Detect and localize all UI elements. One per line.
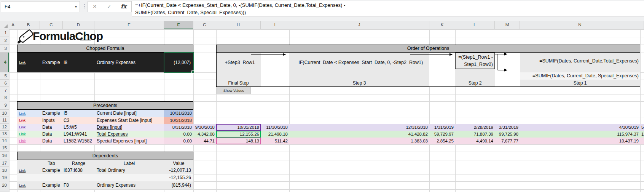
dependent-label[interactable]: Ordinary Expenses: [97, 181, 135, 189]
precedent-range[interactable]: L5:W5: [64, 124, 77, 131]
precedent-tab[interactable]: Example: [42, 110, 60, 117]
precedent-value-cell[interactable]: 4,342.08: [193, 131, 216, 138]
precedent-value-cell[interactable]: 5: [640, 124, 644, 131]
precedent-range[interactable]: L1582:W1582: [64, 138, 92, 144]
chopped-range[interactable]: I8: [64, 53, 67, 72]
precedent-value-cell[interactable]: 10,437.19: [520, 138, 640, 144]
precedent-link[interactable]: Link: [19, 117, 26, 124]
precedent-value-cell[interactable]: 10/31/2018: [164, 110, 193, 117]
row-header-20[interactable]: 20: [0, 181, 9, 189]
row-header-6[interactable]: 6: [0, 80, 9, 87]
chopped-link[interactable]: Link: [19, 53, 26, 72]
precedent-range[interactable]: I5: [64, 110, 67, 117]
precedent-value-cell[interactable]: 99,725.90: [495, 131, 520, 138]
row-header-15[interactable]: 15: [0, 144, 9, 152]
precedent-label[interactable]: Special Expenses [input]: [97, 138, 147, 144]
precedent-value-cell[interactable]: 7,677.77: [495, 138, 520, 144]
name-box-dropdown-icon[interactable]: ▾: [75, 2, 77, 12]
row-header-1[interactable]: 1: [0, 29, 9, 37]
row-header-8[interactable]: 8: [0, 94, 9, 101]
row-header-11[interactable]: 11: [0, 117, 9, 124]
precedent-value-cell[interactable]: 1/31/2019: [429, 124, 455, 131]
enter-icon[interactable]: ✓: [107, 2, 112, 12]
column-header-partial[interactable]: [640, 21, 644, 29]
column-header-F[interactable]: F: [164, 21, 193, 29]
precedent-value-cell[interactable]: 41,428.82: [289, 131, 429, 138]
dependent-range[interactable]: I637:I638: [64, 167, 83, 174]
dependent-value[interactable]: -12,007.13: [164, 167, 191, 174]
column-header-E[interactable]: E: [94, 21, 164, 29]
dependent-label[interactable]: Total Ordinary: [97, 167, 125, 174]
dependent-link[interactable]: Link: [19, 167, 26, 174]
dependent-tab[interactable]: Example: [42, 167, 60, 174]
row-header-3[interactable]: 3: [0, 45, 9, 53]
column-header-H[interactable]: H: [216, 21, 261, 29]
precedent-tab[interactable]: Inputs: [42, 117, 55, 124]
precedent-value-cell[interactable]: 1,383.03: [289, 138, 429, 144]
dependent-tab[interactable]: Example: [42, 181, 60, 189]
column-header-M[interactable]: M: [495, 21, 520, 29]
precedent-tab[interactable]: Data: [42, 138, 52, 144]
precedent-value-cell[interactable]: 4/30/2019: [520, 124, 640, 131]
dependent-value[interactable]: (815,944): [164, 181, 191, 189]
column-header-B[interactable]: B: [17, 21, 40, 29]
final-step-formula-cell[interactable]: =+Step3_Row1: [216, 53, 261, 72]
step3-formula-cell[interactable]: =IF(Current_Date < Expenses_Start_Date, …: [289, 53, 429, 72]
select-all-corner[interactable]: [0, 21, 9, 29]
column-header-A[interactable]: A: [9, 21, 17, 29]
row-header-17[interactable]: 17: [0, 160, 9, 167]
precedent-value-cell[interactable]: 148.13: [216, 138, 261, 144]
precedent-value-cell[interactable]: 21,498.18: [261, 131, 289, 138]
precedent-value-cell[interactable]: 511.42: [261, 138, 289, 144]
cancel-icon[interactable]: ✕: [92, 2, 97, 12]
name-box[interactable]: F4 ▾: [1, 1, 80, 12]
precedent-value-cell[interactable]: 9/30/2018: [193, 124, 216, 131]
column-header-N[interactable]: N: [520, 21, 640, 29]
row-header-18[interactable]: 18: [0, 167, 9, 174]
row-header-12[interactable]: 12: [0, 124, 9, 131]
precedent-value-cell[interactable]: 12,155.26: [216, 131, 261, 138]
step1-formula-bottom-cell[interactable]: =SUMIF(Dates, Current_Date, Special_Expe…: [520, 72, 639, 80]
step1-formula-top-cell[interactable]: =SUMIF(Dates, Current_Date,Total_Expense…: [520, 58, 639, 64]
precedent-link[interactable]: Link: [19, 138, 26, 144]
column-header-K[interactable]: K: [429, 21, 455, 29]
precedent-link[interactable]: Link: [19, 110, 26, 117]
precedent-value-cell[interactable]: 0.00: [164, 138, 193, 144]
row-header-13[interactable]: 13: [0, 131, 9, 138]
row-header-7[interactable]: 7: [0, 87, 9, 94]
chopped-label[interactable]: Ordinary Expenses: [97, 53, 135, 72]
precedent-value-cell[interactable]: 71,887.39: [455, 131, 495, 138]
row-header-14[interactable]: 14: [0, 138, 9, 144]
precedent-label[interactable]: Dates [input]: [97, 124, 122, 131]
show-values-button[interactable]: Show Values: [217, 87, 251, 94]
precedent-range[interactable]: C3: [64, 117, 69, 124]
precedent-value-cell[interactable]: 4,490.14: [455, 138, 495, 144]
precedent-value-cell[interactable]: 12/31/2018: [289, 124, 429, 131]
row-header-10[interactable]: 10: [0, 110, 9, 117]
precedent-range[interactable]: L941:W941: [64, 131, 87, 138]
step2-formula-cell[interactable]: =(Step1_Row1 - Step1_Row2): [455, 53, 495, 69]
precedent-value-cell[interactable]: 8/31/2018: [164, 124, 193, 131]
row-header-2[interactable]: 2: [0, 37, 9, 45]
precedent-tab[interactable]: Data: [42, 131, 52, 138]
row-header-5[interactable]: 5: [0, 72, 9, 80]
precedent-tab[interactable]: Data: [42, 124, 52, 131]
chopped-tab[interactable]: Example: [42, 53, 60, 72]
precedent-value-cell[interactable]: 3/31/2019: [495, 124, 520, 131]
dependent-link[interactable]: Link: [19, 181, 26, 189]
column-header-G[interactable]: G: [193, 21, 216, 29]
fill-handle[interactable]: [191, 70, 194, 74]
dependent-range[interactable]: F8: [64, 181, 69, 189]
precedent-label[interactable]: Current Date [input]: [97, 110, 137, 117]
precedent-link[interactable]: Link: [19, 124, 26, 131]
column-header-J[interactable]: J: [289, 21, 429, 29]
row-header-16[interactable]: 16: [0, 152, 9, 160]
dependent-value[interactable]: -12,155.26: [164, 174, 191, 181]
precedent-value-cell[interactable]: 11/30/2018: [261, 124, 289, 131]
precedent-value-cell[interactable]: 115,974.37: [520, 131, 640, 138]
column-header-D[interactable]: D: [63, 21, 94, 29]
precedent-label[interactable]: Total Expenses: [97, 131, 128, 138]
precedent-value-cell[interactable]: 10/31/2018: [216, 124, 261, 131]
precedent-value-cell[interactable]: 0.00: [164, 131, 193, 138]
formula-input[interactable]: =+IF(Current_Date < Expenses_Start_Date,…: [132, 1, 644, 16]
